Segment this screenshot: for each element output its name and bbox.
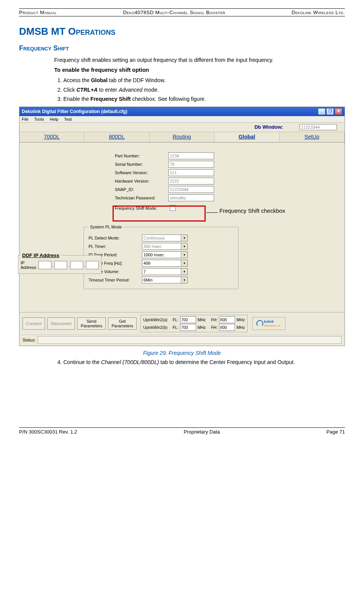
step-text: checkbox. See following figure. (131, 96, 206, 102)
step-text-italic: Channel (700DL/800DL) (101, 359, 159, 365)
close-button[interactable]: ✕ (335, 108, 342, 115)
ddf-ip-address-legend: DDF IP Address (21, 252, 61, 258)
software-version-label: Software Version: (115, 170, 168, 175)
uplink-b-label: UpinkWin2(b) (143, 325, 168, 330)
step-text-bold: Global (91, 77, 108, 83)
mhz-label: MHz (198, 325, 206, 330)
procedure-list: Access the Global tab of the DDF Window.… (54, 76, 345, 103)
page-footer: P/N 300SC30031 Rev. 1.2 Proprietary Data… (19, 427, 345, 435)
bottom-toolbar: Connect Disconnect Send Parameters Get P… (19, 312, 345, 335)
procedure-list-continued: Continue to the Channel (700DL/800DL) ta… (54, 358, 345, 366)
body-text: Frequency shift enables setting an outpu… (54, 56, 345, 103)
technician-password-field[interactable] (168, 194, 214, 201)
status-bar: Status: (19, 335, 345, 346)
step-text: Access the (63, 77, 91, 83)
mhz-label: MHz (237, 317, 245, 322)
minimize-button[interactable]: _ (318, 108, 325, 115)
page-header: Product Manual Deko4078SD Multi-Channel … (19, 8, 345, 16)
status-label: Status: (23, 338, 35, 342)
ip-octet-2[interactable] (54, 261, 67, 269)
pl-detect-mode-select[interactable] (142, 235, 188, 241)
step-4: Continue to the Channel (700DL/800DL) ta… (63, 358, 345, 366)
fl-label: FL: (173, 317, 179, 322)
db-window-value: 11223344 (300, 124, 337, 130)
menu-file[interactable]: File (22, 117, 29, 121)
fh-a-field[interactable] (219, 316, 235, 323)
tab-routing[interactable]: Routing (150, 132, 214, 142)
body-text-2: Continue to the Channel (700DL/800DL) ta… (54, 358, 345, 366)
id-tone-period-select[interactable] (142, 251, 188, 258)
serial-number-label: Serial Number: (115, 162, 168, 167)
menu-help[interactable]: Help (50, 117, 58, 121)
footer-right: Page 71 (327, 429, 345, 435)
status-value (38, 336, 341, 344)
ip-octet-4[interactable] (86, 261, 99, 269)
pl-timer-label: PL Timer: (89, 244, 142, 249)
software-version-field[interactable] (168, 169, 214, 176)
connect-button[interactable]: Connect (23, 317, 45, 330)
step-text: tab to determine the Center Frequency In… (159, 359, 295, 365)
logo-subtext: WIRELESS LTD. (264, 325, 281, 327)
get-parameters-button[interactable]: Get Parameters (108, 317, 137, 330)
step-text-italic: Advanced (119, 87, 142, 93)
tab-700dl[interactable]: 700DL (19, 132, 84, 142)
snap-id-field[interactable] (168, 186, 214, 193)
step-3: Enable the Frequency Shift checkbox. See… (63, 95, 345, 103)
fh-label: FH: (211, 317, 217, 322)
fl-label: FL: (173, 325, 179, 330)
timeout-timer-period-select[interactable] (142, 277, 188, 283)
disconnect-button[interactable]: Disconnect (47, 317, 75, 330)
tab-800dl[interactable]: 800DL (84, 132, 149, 142)
frequency-shift-checkbox[interactable] (170, 205, 176, 211)
header-center: Deko4078SD Multi-Channel Signal Booster (123, 10, 225, 15)
ip-octet-3[interactable] (70, 261, 83, 269)
ip-octet-1[interactable] (39, 261, 52, 269)
step-1: Access the Global tab of the DDF Window. (63, 76, 345, 84)
send-parameters-button[interactable]: Send Parameters (77, 317, 106, 330)
logo-text: kolink (264, 320, 274, 324)
fl-a-field[interactable] (180, 316, 196, 323)
tab-strip: 700DL 800DL Routing Global SetUp (19, 132, 345, 142)
header-right: Dekolink Wireless Ltd. (292, 10, 345, 15)
fh-b-field[interactable] (219, 324, 235, 331)
step-text-bold-italic: CTRL+A (76, 87, 98, 93)
figure-screenshot: Dekolink Digital Filter Configuration (d… (19, 107, 345, 346)
chapter-title: DMSB MT Operations (19, 26, 345, 37)
db-window-label: Db Window: (254, 124, 283, 130)
window-titlebar[interactable]: Dekolink Digital Filter Configuration (d… (19, 107, 345, 116)
serial-number-field[interactable] (168, 161, 214, 168)
procedure-heading: To enable the frequency shift option (54, 66, 345, 74)
ddf-ip-address-group: DDF IP Address IP Address: . . . (18, 252, 101, 274)
system-pl-mode-legend: System PL Mode (89, 225, 123, 229)
fl-b-field[interactable] (180, 324, 196, 331)
id-tone-volume-select[interactable] (142, 268, 188, 275)
ip-address-label: IP Address: (21, 261, 37, 270)
hardware-version-field[interactable] (168, 178, 214, 184)
tab-setup[interactable]: SetUp (280, 132, 345, 142)
logo-arc-icon (256, 320, 263, 327)
intro-paragraph: Frequency shift enables setting an outpu… (54, 56, 345, 64)
maximize-button[interactable]: ❐ (326, 108, 334, 115)
timeout-timer-period-label: Timeout Timer Period: (89, 278, 142, 282)
fh-label: FH: (211, 325, 217, 330)
snap-id-label: SNAP_ID: (115, 187, 168, 192)
part-number-field[interactable] (168, 152, 214, 159)
part-number-label: Part Number: (115, 154, 168, 158)
step-2: Click CTRL+A to enter Advanced mode. (63, 86, 345, 94)
step-text: Click (63, 87, 76, 93)
callout-line (206, 212, 218, 213)
dekolink-logo: kolink WIRELESS LTD. (252, 317, 285, 330)
menu-test[interactable]: Test (64, 117, 72, 121)
window-controls: _ ❐ ✕ (318, 108, 342, 115)
pl-timer-select[interactable] (142, 243, 188, 250)
uplink-a-label: UpinkWin2(a) (143, 317, 168, 322)
form-area: Part Number: Serial Number: Software Ver… (19, 142, 345, 312)
mhz-label: MHz (237, 325, 245, 330)
menu-tools[interactable]: Tools (34, 117, 44, 121)
menu-bar: File Tools Help Test (19, 116, 345, 123)
db-window-row: Db Window: 11223344 (19, 123, 345, 132)
figure-caption: Figure 29. Frequency Shift Mode (19, 350, 345, 356)
pl-detect-mode-label: PL Detect Mode: (89, 236, 142, 240)
tab-global[interactable]: Global (214, 132, 279, 142)
id-tone-freq-select[interactable] (142, 260, 188, 267)
